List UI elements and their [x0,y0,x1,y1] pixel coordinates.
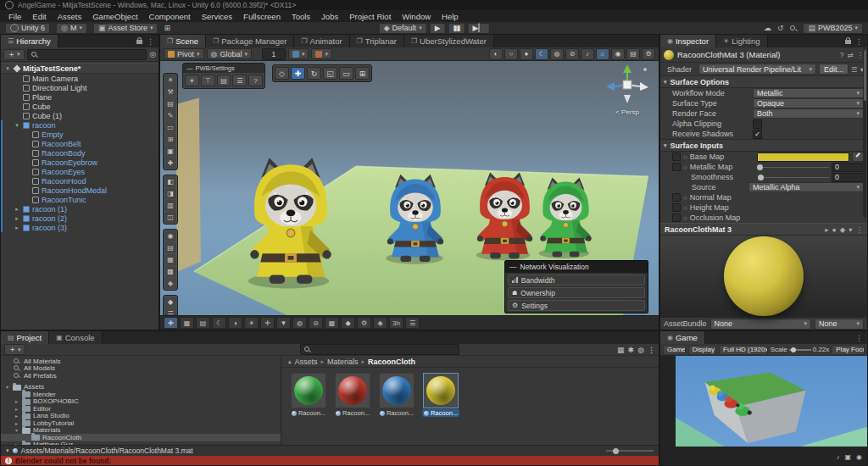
menu-item[interactable]: Services [202,12,232,21]
unity-version-button[interactable]: Unity 6 [5,23,50,34]
scene-toggle-icon[interactable]: ⊘ [565,48,579,60]
preview-sphere-icon[interactable]: ● [832,225,837,234]
scene-picker-icon[interactable]: ◎ [149,50,156,58]
audio-mute-icon[interactable]: ♪ [836,453,839,461]
asset-store-button[interactable]: ▣Asset Store▾ [93,23,159,34]
breadcrumb-assets[interactable]: Assets [295,358,318,366]
folder-item[interactable]: Materials [1,427,281,435]
grid-snap-input[interactable] [262,48,286,60]
display-dropdown[interactable]: Display 1▾ [688,345,716,355]
overlay-tool-icon[interactable]: ▤ [164,98,176,109]
hierarchy-item[interactable]: MitjaTestScene* [1,63,159,74]
transform-tool-icon[interactable]: ✚ [291,67,305,80]
transform-tool-icon[interactable]: ◱ [323,67,337,80]
grid-icon[interactable]: ⊞ [164,24,170,32]
scene-bottom-icon[interactable]: ⊘ [309,317,323,329]
scene-bottom-icon[interactable]: ◑ [228,317,242,329]
metallic-slider[interactable] [757,163,829,171]
cloud-icon[interactable]: ☁ [764,24,771,32]
shader-dropdown[interactable]: Universal Render Pipeline/Lit▾ [698,64,816,75]
surface-options-header[interactable]: ▾Surface Options [660,75,867,88]
tab-lighting[interactable]: ☀Lighting [716,35,767,47]
folder-item[interactable]: All Models [1,365,281,373]
pivot-dropdown[interactable]: Pivot▾ [164,48,204,59]
hierarchy-item[interactable]: racoon [1,120,159,130]
scene-bottom-icon[interactable]: ☰ [405,317,420,329]
overlay-tool-icon[interactable]: ◧ [164,176,176,187]
scene-bottom-icon[interactable]: ▦ [325,317,339,329]
undo-history-icon[interactable]: ↺ [777,24,784,32]
overlay-tool-icon[interactable]: ◆ [164,297,176,308]
material-preview-area[interactable] [660,236,867,317]
tab-console[interactable]: ▣Console [49,331,102,344]
texture-slot-checkbox[interactable] [672,193,681,202]
base-map-color-swatch[interactable] [757,153,849,162]
folder-item[interactable]: BOXOPHOBIC [1,398,281,406]
menu-item[interactable]: Assets [58,12,82,21]
scene-toggle-icon[interactable]: ● [520,48,533,60]
global-dropdown[interactable]: ◍Global▾ [207,48,252,59]
breadcrumb-racooncloth[interactable]: RacoonCloth [368,358,415,366]
foldout-arrow[interactable] [14,413,19,419]
surface-inputs-header[interactable]: ▾Surface Inputs [660,139,867,152]
grid-view-icon[interactable]: ▦ [617,346,625,354]
hierarchy-item[interactable]: Empty [1,130,159,139]
assetbundle-dropdown[interactable]: None▾ [710,319,811,330]
folder-item[interactable]: RacoonCloth [1,434,281,441]
scene-toggle-icon[interactable]: ⚙ [642,48,655,60]
pwb-tool-icon[interactable]: ☀ [185,75,199,86]
overlay-tool-icon[interactable]: ▥ [164,200,176,211]
scene-tab[interactable]: ❐Package Manager [206,35,294,47]
scene-toggle-icon[interactable]: ◉ [611,48,625,60]
scene-bottom-icon[interactable]: ☾ [212,317,226,329]
hierarchy-item[interactable]: Directional Light [1,83,159,92]
scene-bottom-icon[interactable]: ◈ [373,317,387,329]
scene-viewport[interactable]: ☀⚒▤✎▭⊞▣✚◧◨▥◫◉▤▦▩◈◆☰ —PWB/Settings ☀⊤▤☰? … [160,61,659,315]
presets-icon[interactable]: ⇄ [847,51,853,59]
tab-hierarchy[interactable]: ☰Hierarchy [1,35,58,47]
scene-tab[interactable]: ❐Triplanar [350,35,404,47]
menu-item[interactable]: Help [442,12,459,21]
hierarchy-search-field[interactable] [27,49,147,60]
game-mode-dropdown[interactable]: Game▾ [663,345,686,355]
status-bar[interactable]: ! Blender could not be found. [1,456,659,465]
scene-bottom-icon[interactable]: ✚ [164,317,178,329]
lock-icon[interactable] [136,40,142,44]
overlay-tool-icon[interactable]: ◉ [164,230,176,241]
scene-tab[interactable]: ❐Scene [160,35,206,47]
shader-menu-icon[interactable]: ☰ [851,65,858,74]
tab-inspector[interactable]: ◉Inspector [660,35,716,47]
transform-tool-icon[interactable]: ↻ [307,67,321,80]
assetbundle-variant-dropdown[interactable]: None▾ [815,319,864,330]
drag-handle-icon[interactable]: — [186,64,193,72]
step-button[interactable]: ▶▏ [467,23,489,34]
pwb-tool-icon[interactable]: ☰ [232,75,247,86]
overlay-tool-icon[interactable]: ▣ [164,146,176,157]
play-focused-dropdown[interactable]: Play Focused [832,345,865,355]
panel-menu-icon[interactable]: ⋮ [147,37,154,46]
tab-game[interactable]: ◉Game [660,331,705,344]
transform-tool-icon[interactable]: ▭ [339,67,353,80]
favorites-icon[interactable]: ✱ [628,346,635,354]
hierarchy-item[interactable]: RacoonBelt [1,139,159,148]
hierarchy-item[interactable]: Cube (1) [1,111,159,120]
menu-item[interactable]: File [8,12,21,21]
overlay-tool-icon[interactable]: ☰ [164,308,176,315]
racoon-blue[interactable] [381,173,449,263]
overlay-tool-icon[interactable]: ◨ [164,188,176,199]
folder-item[interactable]: All Prefabs [1,372,281,380]
folder-item[interactable]: LobbyTutorial [1,419,281,427]
scene-toggle-icon[interactable]: ☾ [535,48,548,60]
breadcrumb-materials[interactable]: Materials [327,358,359,366]
transform-tool-icon[interactable]: ⊞ [355,67,370,80]
alpha-clipping-checkbox[interactable] [753,119,762,129]
settings-button[interactable]: ⚙Settings [508,300,645,311]
folder-item[interactable]: All Materials [1,358,281,365]
preview-package-icon[interactable]: ◍ [637,346,644,354]
preview-dropdown-icon[interactable]: ▾ [849,225,852,234]
scene-bottom-icon[interactable]: ▤ [196,317,210,329]
play-button[interactable]: ▶ [430,23,446,34]
search-icon[interactable] [789,25,797,32]
hierarchy-item[interactable]: Cube [1,102,159,111]
hierarchy-item[interactable]: RacoonEyebrow [1,158,159,167]
